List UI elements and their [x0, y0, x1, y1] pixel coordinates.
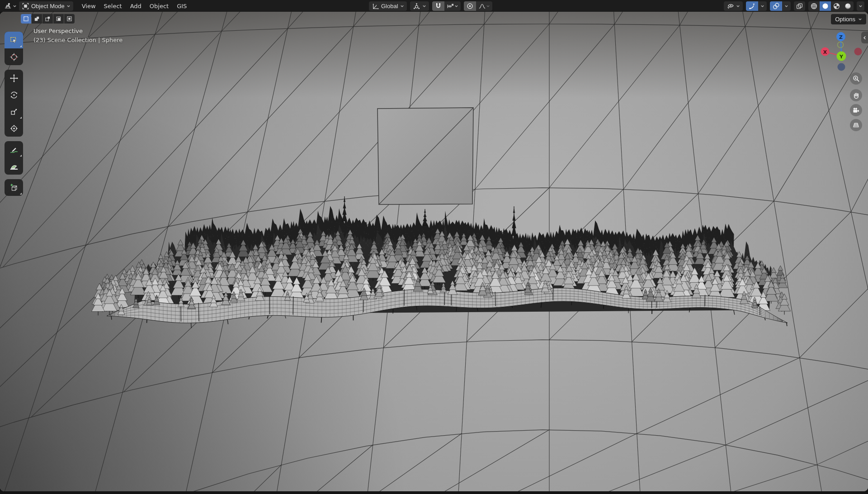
status-bar	[0, 491, 868, 494]
object-visibility-selector[interactable]	[724, 1, 743, 11]
show-objects-eye-icon	[726, 2, 734, 10]
chevron-down-icon	[760, 4, 764, 8]
select-mode-extend-icon	[34, 16, 40, 22]
editor-type-button[interactable]	[3, 1, 18, 11]
tool-measure[interactable]	[5, 158, 23, 175]
tool-annotate[interactable]	[5, 141, 23, 158]
sidebar-toggle[interactable]	[861, 32, 868, 43]
snapping-group	[432, 1, 461, 11]
tool-shelf	[5, 32, 23, 196]
tool-scale[interactable]	[5, 103, 23, 120]
gizmos-group	[746, 1, 767, 11]
shading-rendered-icon	[844, 2, 852, 10]
tool-select-box[interactable]	[5, 32, 23, 48]
nav-toggle-camera-button[interactable]	[850, 104, 862, 116]
tool-rotate[interactable]	[5, 86, 23, 103]
scale-tool-icon	[9, 107, 19, 116]
shading-wireframe-icon	[810, 2, 818, 10]
camera-icon	[852, 106, 860, 114]
menu-add[interactable]: Add	[126, 1, 146, 11]
menu-select[interactable]: Select	[100, 1, 126, 11]
chevron-down-icon	[454, 4, 458, 8]
tool-group	[5, 179, 23, 196]
pivot-point-icon	[413, 2, 420, 10]
gizmo-z-label: Z	[839, 34, 843, 40]
hand-icon	[852, 91, 860, 99]
tool-group	[5, 141, 23, 175]
viewport-editor-icon	[4, 2, 12, 10]
viewport-3d: Options User Perspective (23) Scene Coll…	[0, 12, 868, 491]
select-mode-subtract-button[interactable]	[42, 14, 53, 24]
snap-target-button[interactable]	[444, 1, 461, 11]
gizmos-dropdown[interactable]	[758, 1, 767, 11]
shading-wireframe-button[interactable]	[808, 1, 820, 11]
menu-gis[interactable]: GIS	[173, 1, 191, 11]
select-mode-invert-icon	[56, 16, 61, 22]
shading-solid-button[interactable]	[820, 1, 831, 11]
pivot-point-selector[interactable]	[410, 1, 429, 11]
mode-label: Object Mode	[31, 1, 65, 11]
overlays-dropdown[interactable]	[782, 1, 791, 11]
chevron-down-icon	[400, 4, 404, 8]
proportional-editing-icon	[466, 2, 474, 10]
chevron-left-icon	[862, 35, 867, 40]
topbar: Object Mode ViewSelectAddObjectGIS Globa…	[0, 0, 868, 12]
tool-cursor[interactable]	[5, 48, 23, 65]
magnet-icon	[434, 2, 442, 10]
rotate-tool-icon	[9, 90, 19, 100]
shading-material-preview-button[interactable]	[831, 1, 842, 11]
menu-object[interactable]: Object	[146, 1, 173, 11]
proportional-falloff-button[interactable]	[476, 1, 492, 11]
gizmo-axis-neg-x[interactable]	[854, 48, 862, 56]
object-mode-icon	[22, 2, 29, 10]
tool-transform[interactable]	[5, 120, 23, 137]
select-mode-new-button[interactable]	[21, 14, 31, 24]
snap-toggle-button[interactable]	[432, 1, 444, 11]
gizmos-toggle[interactable]	[746, 1, 758, 11]
chevron-down-icon	[13, 4, 17, 8]
orientation-label: Global	[381, 1, 398, 11]
shading-dropdown[interactable]	[857, 1, 864, 11]
overlays-group	[770, 1, 791, 11]
topbar-left: Object Mode ViewSelectAddObjectGIS	[0, 1, 191, 11]
shading-material-icon	[833, 2, 840, 10]
nav-pan-button[interactable]	[850, 89, 862, 101]
tool-group	[5, 70, 23, 137]
shading-solid-icon	[821, 2, 829, 10]
move-tool-icon	[9, 74, 19, 83]
gizmo-axis-neg-y[interactable]	[838, 42, 844, 48]
add-cube-tool-icon	[9, 183, 19, 192]
select-mode-invert-button[interactable]	[53, 14, 64, 24]
nav-zoom-button[interactable]	[850, 72, 862, 85]
annotate-tool-icon	[9, 145, 19, 154]
topbar-right	[724, 0, 864, 12]
tool-move[interactable]	[5, 70, 23, 86]
tool-add-cube[interactable]	[5, 179, 23, 196]
xray-icon	[796, 2, 803, 10]
transform-orientation-selector[interactable]: Global	[369, 1, 407, 11]
chevron-down-icon	[422, 4, 426, 8]
menu-view[interactable]: View	[78, 1, 100, 11]
shading-rendered-button[interactable]	[842, 1, 854, 11]
transform-orientation-icon	[372, 2, 379, 10]
topbar-center: Global	[369, 0, 492, 12]
measure-tool-icon	[9, 162, 19, 171]
navigation-gizmo[interactable]: Z X Y	[813, 19, 868, 75]
nav-toggle-perspective-button[interactable]	[850, 119, 862, 131]
menubar: ViewSelectAddObjectGIS	[78, 1, 191, 11]
shading-mode-group	[808, 1, 854, 11]
viewport-canvas[interactable]	[0, 12, 868, 491]
mode-selector[interactable]: Object Mode	[19, 1, 73, 11]
select-mode-new-icon	[23, 16, 29, 22]
overlays-icon	[772, 2, 780, 10]
falloff-curve-icon	[478, 2, 486, 10]
xray-toggle[interactable]	[794, 1, 805, 11]
proportional-editing-toggle[interactable]	[464, 1, 476, 11]
select-mode-subtract-icon	[45, 16, 51, 22]
overlays-toggle[interactable]	[770, 1, 782, 11]
gizmo-arrow-icon	[748, 2, 756, 10]
gizmo-axis-neg-z[interactable]	[838, 63, 845, 71]
select-mode-intersect-button[interactable]	[64, 14, 75, 24]
select-mode-extend-button[interactable]	[32, 14, 42, 24]
select-mode-intersect-icon	[66, 16, 72, 22]
